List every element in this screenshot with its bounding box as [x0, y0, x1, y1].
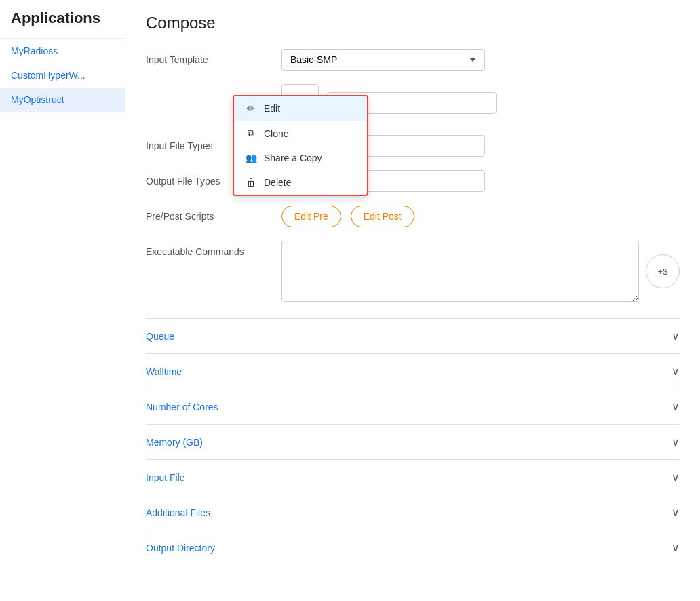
memory-gb-label: Memory (GB)	[146, 437, 203, 448]
edit-icon: ✏	[245, 103, 257, 114]
output-directory-label: Output Directory	[146, 543, 215, 554]
context-menu-overlay: ✏ Edit ⧉ Clone 👥 Share a Copy 🗑 Delete	[233, 95, 368, 196]
memory-gb-section: Memory (GB) ∨	[146, 424, 680, 459]
exec-addon-button[interactable]: +$	[646, 254, 680, 288]
pre-post-scripts-control: Edit Pre Edit Post	[281, 206, 680, 227]
queue-header[interactable]: Queue ∨	[146, 319, 680, 353]
number-of-cores-chevron: ∨	[672, 400, 680, 413]
sidebar-item-customhyperw[interactable]: CustomHyperW...	[0, 63, 125, 88]
queue-chevron: ∨	[672, 330, 680, 343]
share-icon: 👥	[245, 153, 257, 163]
queue-section: Queue ∨	[146, 318, 680, 353]
delete-icon: 🗑	[245, 177, 257, 188]
pre-post-scripts-label: Pre/Post Scripts	[146, 211, 281, 222]
output-directory-chevron: ∨	[672, 541, 680, 554]
input-file-section: Input File ∨	[146, 459, 680, 495]
clone-icon: ⧉	[245, 128, 257, 139]
context-menu: ✏ Edit ⧉ Clone 👥 Share a Copy 🗑 Delete	[233, 95, 368, 196]
output-directory-section: Output Directory ∨	[146, 530, 680, 565]
walltime-chevron: ∨	[672, 365, 680, 378]
name-row: 🖼	[146, 84, 680, 121]
context-menu-share-label: Share a Copy	[264, 153, 322, 163]
edit-post-button[interactable]: Edit Post	[351, 206, 414, 227]
input-template-row: Input Template Basic-SMP	[146, 49, 680, 71]
page-title: Compose	[146, 14, 680, 33]
main-content: Compose Input Template Basic-SMP 🖼 Input…	[125, 0, 700, 601]
sidebar-item-myradioss[interactable]: MyRadioss	[0, 39, 125, 63]
input-template-control: Basic-SMP	[281, 49, 680, 71]
memory-gb-header[interactable]: Memory (GB) ∨	[146, 425, 680, 459]
memory-gb-chevron: ∨	[672, 435, 680, 448]
pre-post-scripts-row: Pre/Post Scripts Edit Pre Edit Post	[146, 206, 680, 227]
input-file-label: Input File	[146, 472, 185, 483]
additional-files-chevron: ∨	[672, 506, 680, 519]
context-menu-clone[interactable]: ⧉ Clone	[234, 121, 367, 146]
input-template-select[interactable]: Basic-SMP	[281, 49, 485, 71]
additional-files-section: Additional Files ∨	[146, 495, 680, 530]
edit-pre-button[interactable]: Edit Pre	[281, 206, 341, 227]
context-menu-share[interactable]: 👥 Share a Copy	[234, 146, 367, 170]
walltime-header[interactable]: Walltime ∨	[146, 354, 680, 389]
additional-files-label: Additional Files	[146, 507, 210, 518]
collapse-sections: Queue ∨ Walltime ∨ Number of Cores ∨ Mem…	[146, 318, 680, 565]
additional-files-header[interactable]: Additional Files ∨	[146, 495, 680, 530]
queue-label: Queue	[146, 331, 174, 342]
number-of-cores-section: Number of Cores ∨	[146, 389, 680, 424]
sidebar: Applications MyRadioss CustomHyperW... M…	[0, 0, 125, 601]
sidebar-title: Applications	[0, 0, 125, 39]
walltime-section: Walltime ∨	[146, 353, 680, 389]
input-file-chevron: ∨	[672, 471, 680, 484]
sidebar-item-myoptistruct[interactable]: MyOptistruct	[0, 88, 125, 112]
context-menu-edit[interactable]: ✏ Edit	[234, 96, 367, 121]
input-file-header[interactable]: Input File ∨	[146, 460, 680, 495]
number-of-cores-header[interactable]: Number of Cores ∨	[146, 389, 680, 424]
context-menu-edit-label: Edit	[264, 103, 280, 114]
context-menu-delete-label: Delete	[264, 177, 291, 188]
input-template-label: Input Template	[146, 54, 281, 65]
executable-commands-textarea[interactable]	[281, 241, 639, 302]
output-directory-header[interactable]: Output Directory ∨	[146, 530, 680, 565]
input-file-types-row: Input File Types	[146, 135, 680, 157]
executable-commands-row: Executable Commands +$	[146, 241, 680, 302]
context-menu-clone-label: Clone	[264, 128, 289, 139]
number-of-cores-label: Number of Cores	[146, 402, 218, 412]
executable-commands-label: Executable Commands	[146, 241, 281, 257]
walltime-label: Walltime	[146, 366, 182, 377]
output-file-types-row: Output File Types	[146, 170, 680, 192]
context-menu-delete[interactable]: 🗑 Delete	[234, 170, 367, 195]
